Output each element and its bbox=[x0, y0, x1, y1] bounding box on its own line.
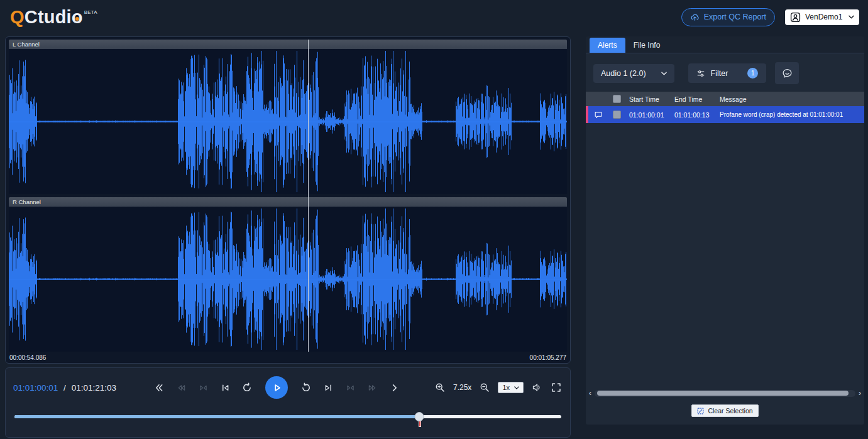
alert-severity-marker bbox=[586, 106, 588, 123]
waveform-column: L Channel R Channel 00:00:54.086 00:01:0… bbox=[5, 36, 571, 438]
alert-checkbox-cell bbox=[610, 106, 627, 123]
logo-rest: Ctudi bbox=[25, 7, 72, 27]
clear-selection-button[interactable]: Clear Selection bbox=[691, 404, 758, 417]
end-time-header: End Time bbox=[672, 92, 717, 106]
seek-bar bbox=[14, 411, 561, 426]
prev-alert-button[interactable] bbox=[153, 381, 165, 394]
alerts-table: Start Time End Time Message 01:01:00:01 … bbox=[586, 92, 864, 123]
zoom-level: 7.25x bbox=[453, 383, 471, 392]
audio-track-value: Audio 1 (2.0) bbox=[601, 69, 646, 78]
logo-o: o bbox=[72, 7, 83, 28]
current-time: 01:01:00:01 bbox=[13, 383, 58, 393]
alert-comment-cell bbox=[591, 106, 610, 123]
app-root: QCtudioBETA Export QC Report VenDemo1 bbox=[0, 0, 868, 439]
undo-icon bbox=[242, 382, 252, 393]
filter-label: Filter bbox=[711, 69, 728, 78]
mark-out-button[interactable] bbox=[344, 381, 356, 394]
scroll-right-arrow[interactable]: › bbox=[859, 389, 861, 397]
rewind-button[interactable] bbox=[175, 381, 187, 394]
chevron-down-icon bbox=[514, 386, 519, 389]
chevron-down-icon bbox=[661, 72, 667, 75]
alert-message: Profane word (crap) detected at 01:01:00… bbox=[717, 106, 864, 123]
user-icon bbox=[790, 12, 801, 23]
speed-value: 1x bbox=[502, 384, 510, 391]
scroll-left-arrow[interactable]: ‹ bbox=[589, 389, 591, 397]
right-channel: R Channel bbox=[9, 197, 567, 352]
fast-forward-button[interactable] bbox=[366, 381, 378, 394]
zoom-in-button[interactable] bbox=[434, 381, 446, 394]
left-channel-label: L Channel bbox=[9, 40, 567, 49]
clear-selection-icon bbox=[697, 408, 704, 415]
play-button[interactable] bbox=[265, 376, 288, 399]
scrollbar-track[interactable] bbox=[595, 390, 855, 397]
left-channel-waveform[interactable] bbox=[9, 49, 567, 194]
alerts-table-header: Start Time End Time Message bbox=[586, 92, 864, 106]
transport-controls-row: 01:01:00:01 / 01:01:21:03 bbox=[13, 374, 563, 401]
audio-track-select[interactable]: Audio 1 (2.0) bbox=[593, 64, 674, 83]
right-channel-waveform[interactable] bbox=[9, 207, 567, 352]
filter-button[interactable]: Filter 1 bbox=[688, 63, 767, 83]
tab-alerts[interactable]: Alerts bbox=[590, 38, 625, 53]
tab-file-info[interactable]: File Info bbox=[625, 38, 669, 53]
prev-frame-button[interactable] bbox=[219, 381, 231, 394]
start-time-header: Start Time bbox=[627, 92, 672, 106]
user-account-select[interactable]: VenDemo1 bbox=[785, 9, 859, 25]
zoom-out-icon bbox=[480, 382, 490, 393]
filter-count-badge: 1 bbox=[747, 68, 758, 79]
filter-icon bbox=[696, 69, 705, 78]
alerts-panel: Alerts File Info Audio 1 (2.0) Filter 1 bbox=[586, 36, 864, 425]
zoom-in-icon bbox=[435, 382, 445, 393]
zoom-volume-cluster: 7.25x 1x bbox=[417, 381, 563, 394]
beta-badge: BETA bbox=[84, 9, 97, 15]
window-start-time: 00:00:54.086 bbox=[9, 354, 46, 361]
window-end-time: 00:01:05.277 bbox=[530, 354, 566, 361]
seek-handle[interactable] bbox=[414, 412, 424, 421]
waveform-time-row: 00:00:54.086 00:01:05.277 bbox=[9, 352, 567, 362]
mark-in-icon bbox=[199, 383, 208, 393]
next-alert-button[interactable] bbox=[388, 381, 400, 394]
message-header: Message bbox=[717, 92, 864, 106]
alert-row[interactable]: 01:01:00:01 01:01:00:13 Profane word (cr… bbox=[586, 106, 864, 123]
clear-selection-row: Clear Selection bbox=[586, 399, 864, 425]
total-duration: 01:01:21:03 bbox=[72, 383, 116, 393]
user-name: VenDemo1 bbox=[805, 13, 842, 21]
fullscreen-icon bbox=[551, 382, 561, 393]
export-qc-report-button[interactable]: Export QC Report bbox=[681, 8, 775, 26]
comment-column-header bbox=[591, 92, 610, 106]
playback-speed-select[interactable]: 1x bbox=[498, 382, 524, 393]
transport-panel: 01:01:00:01 / 01:01:21:03 bbox=[5, 367, 571, 438]
seek-forward-button[interactable] bbox=[300, 381, 312, 394]
select-all-checkbox[interactable] bbox=[613, 95, 621, 103]
chevron-double-left-icon bbox=[155, 383, 164, 393]
clear-selection-label: Clear Selection bbox=[708, 407, 752, 415]
header: QCtudioBETA Export QC Report VenDemo1 bbox=[0, 0, 868, 34]
channels-wrap: L Channel R Channel bbox=[9, 40, 567, 352]
play-icon bbox=[272, 382, 282, 393]
comment-icon bbox=[594, 111, 608, 119]
chat-bubble-icon bbox=[782, 68, 793, 79]
fullscreen-button[interactable] bbox=[550, 381, 563, 394]
zoom-out-button[interactable] bbox=[478, 381, 491, 394]
right-channel-label: R Channel bbox=[9, 197, 567, 207]
horizontal-scrollbar: ‹ › bbox=[586, 388, 864, 399]
fast-forward-icon bbox=[368, 383, 377, 393]
alert-checkbox[interactable] bbox=[613, 111, 621, 119]
chevron-right-icon bbox=[390, 383, 399, 393]
alert-start-time: 01:01:00:01 bbox=[627, 106, 672, 123]
next-frame-button[interactable] bbox=[322, 381, 334, 394]
comments-button[interactable] bbox=[775, 62, 799, 84]
speaker-icon bbox=[532, 382, 542, 393]
waveform-panel: L Channel R Channel 00:00:54.086 00:01:0… bbox=[5, 36, 571, 364]
seek-back-button[interactable] bbox=[241, 381, 253, 394]
time-display: 01:01:00:01 / 01:01:21:03 bbox=[13, 383, 136, 393]
app-logo: QCtudioBETA bbox=[10, 7, 97, 28]
alerts-controls: Audio 1 (2.0) Filter 1 bbox=[586, 53, 864, 92]
cloud-export-icon bbox=[690, 13, 700, 22]
alert-marker-cell bbox=[586, 106, 591, 123]
alerts-empty-area bbox=[586, 123, 864, 388]
scrollbar-thumb[interactable] bbox=[597, 391, 849, 396]
volume-button[interactable] bbox=[530, 381, 543, 394]
time-separator: / bbox=[63, 383, 66, 393]
mark-in-button[interactable] bbox=[197, 381, 209, 394]
playhead[interactable] bbox=[308, 40, 309, 352]
